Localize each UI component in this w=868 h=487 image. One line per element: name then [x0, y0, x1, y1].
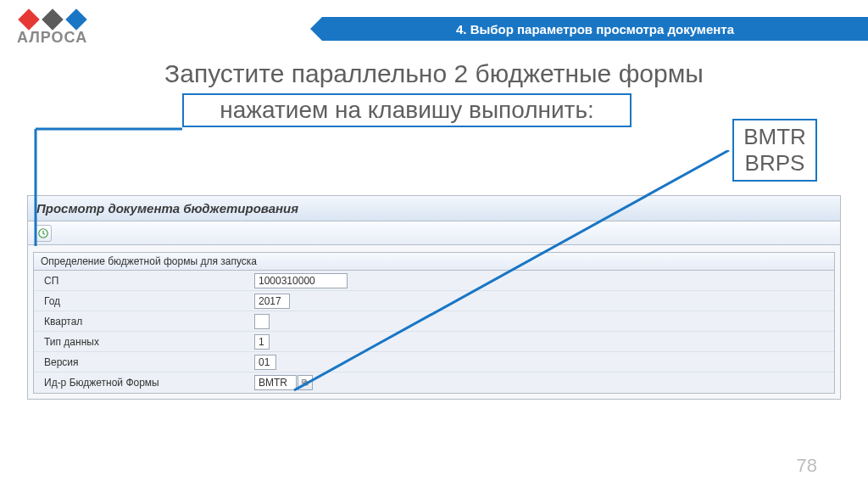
sap-group-title: Определение бюджетной формы для запуска — [34, 253, 834, 271]
instruction-line2-box: нажатием на клавишу выполнить: — [182, 93, 632, 127]
form-codes-callout: BMTR BRPS — [732, 119, 817, 182]
input-form-id[interactable] — [254, 375, 297, 390]
diamond-blue-icon — [65, 8, 86, 30]
company-logo: АЛРОСА — [17, 8, 87, 47]
sap-window: Просмотр документа бюджетирования Опреде… — [27, 195, 841, 400]
banner-text: 4. Выбор параметров просмотра документа — [456, 22, 734, 36]
section-banner: 4. Выбор параметров просмотра документа — [322, 17, 868, 41]
label-quarter: Квартал — [34, 316, 254, 327]
input-version[interactable] — [254, 355, 276, 370]
search-help-icon — [301, 378, 309, 387]
code-bmtr: BMTR — [743, 124, 806, 150]
clock-execute-icon — [37, 227, 49, 239]
label-type: Тип данных — [34, 336, 254, 348]
input-quarter[interactable] — [254, 314, 270, 329]
diamond-red-icon — [18, 8, 39, 30]
sap-field-group: Определение бюджетной формы для запуска … — [33, 252, 835, 394]
row-sp: СП — [34, 271, 834, 291]
row-year: Год — [34, 291, 834, 311]
label-year: Год — [34, 295, 254, 307]
form-id-lookup-button[interactable] — [298, 375, 313, 390]
label-form-id: Ид-р Бюджетной Формы — [34, 377, 254, 389]
logo-text: АЛРОСА — [17, 29, 87, 47]
instruction-line2: нажатием на клавишу выполнить: — [220, 97, 594, 124]
page-number: 78 — [797, 455, 817, 477]
row-version: Версия — [34, 352, 834, 372]
sap-title-bar: Просмотр документа бюджетирования — [28, 196, 840, 221]
label-version: Версия — [34, 356, 254, 368]
label-sp: СП — [34, 275, 254, 287]
instruction-line1: Запустите параллельно 2 бюджетные формы — [0, 59, 868, 88]
input-sp[interactable] — [254, 273, 348, 288]
input-type[interactable] — [254, 334, 270, 350]
input-year[interactable] — [254, 294, 290, 309]
logo-diamonds — [18, 8, 87, 27]
sap-window-title: Просмотр документа бюджетирования — [36, 201, 298, 216]
diamond-grey-icon — [42, 8, 63, 30]
row-form-id: Ид-р Бюджетной Формы — [34, 372, 834, 393]
execute-button[interactable] — [35, 225, 52, 242]
code-brps: BRPS — [745, 150, 805, 176]
sap-toolbar — [28, 221, 840, 245]
row-type: Тип данных — [34, 332, 834, 352]
row-quarter: Квартал — [34, 311, 834, 332]
